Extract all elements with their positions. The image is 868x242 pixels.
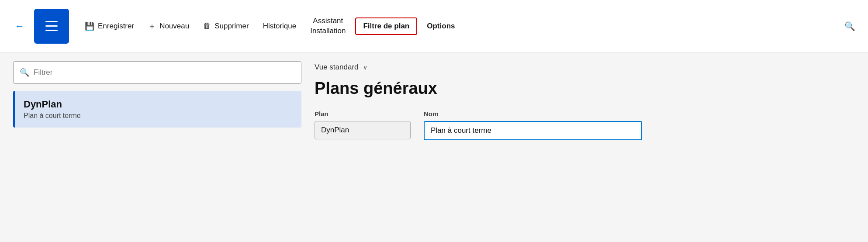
toolbar: ← 💾 Enregistrer ＋ Nouveau 🗑 Supprimer Hi… — [0, 0, 868, 52]
nom-input[interactable] — [424, 121, 642, 140]
search-icon: 🔍 — [844, 21, 855, 31]
search-button[interactable]: 🔍 — [840, 17, 859, 36]
save-icon: 💾 — [85, 21, 94, 31]
delete-label: Supprimer — [214, 22, 249, 31]
assistant-line2: Installation — [310, 26, 346, 36]
main-content: 🔍 DynPlan Plan à court terme Vue standar… — [0, 52, 868, 242]
form-row: Plan Nom — [315, 110, 855, 140]
history-button[interactable]: Historique — [256, 18, 304, 34]
assistant-line1: Assistant — [313, 16, 343, 26]
nom-label: Nom — [424, 110, 642, 118]
filter-input[interactable] — [34, 68, 295, 77]
new-button[interactable]: ＋ Nouveau — [141, 17, 196, 35]
delete-button[interactable]: 🗑 Supprimer — [196, 18, 256, 34]
add-icon: ＋ — [148, 21, 156, 31]
plan-input[interactable] — [315, 121, 411, 139]
options-label: Options — [427, 22, 455, 31]
new-label: Nouveau — [159, 22, 189, 31]
filter-plan-button[interactable]: Filtre de plan — [355, 17, 417, 35]
plan-label: Plan — [315, 110, 411, 118]
delete-icon: 🗑 — [203, 21, 211, 31]
options-button[interactable]: Options — [420, 18, 462, 34]
list-item[interactable]: DynPlan Plan à court terme — [13, 91, 301, 128]
page-title: Plans généraux — [315, 79, 855, 99]
save-label: Enregistrer — [98, 22, 134, 31]
hamburger-icon — [45, 21, 58, 31]
plan-field: Plan — [315, 110, 411, 140]
back-button[interactable]: ← — [9, 15, 31, 37]
filter-plan-label: Filtre de plan — [363, 22, 409, 31]
chevron-down-icon: ∨ — [363, 64, 367, 71]
assistant-installation-button[interactable]: Assistant Installation — [303, 13, 353, 39]
back-icon: ← — [15, 21, 24, 32]
filter-search-icon: 🔍 — [20, 68, 29, 77]
save-button[interactable]: 💾 Enregistrer — [78, 18, 141, 35]
right-panel: Vue standard ∨ Plans généraux Plan Nom — [315, 61, 855, 233]
menu-button[interactable] — [34, 9, 69, 44]
list-item-subtitle: Plan à court terme — [24, 112, 293, 120]
list-item-title: DynPlan — [24, 99, 293, 110]
view-selector[interactable]: Vue standard ∨ — [315, 63, 855, 72]
filter-input-wrapper: 🔍 — [13, 61, 301, 84]
nom-field: Nom — [424, 110, 642, 140]
view-label: Vue standard — [315, 63, 359, 72]
left-panel: 🔍 DynPlan Plan à court terme — [13, 61, 301, 233]
history-label: Historique — [263, 22, 297, 31]
